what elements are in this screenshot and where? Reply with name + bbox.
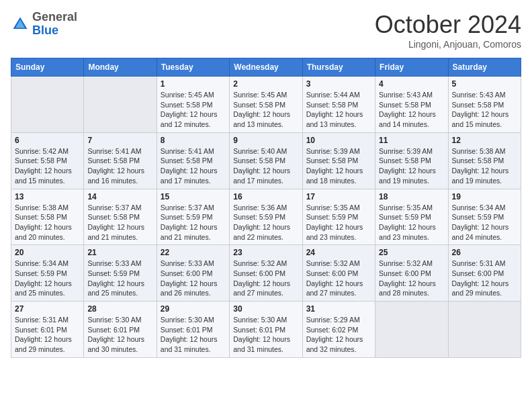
day-number: 21	[87, 248, 152, 257]
day-number: 2	[233, 79, 298, 89]
day-number: 20	[15, 248, 80, 257]
calendar-week-row: 6Sunrise: 5:42 AM Sunset: 5:58 PM Daylig…	[11, 132, 521, 189]
weekday-row: SundayMondayTuesdayWednesdayThursdayFrid…	[11, 58, 521, 77]
day-detail: Sunrise: 5:38 AM Sunset: 5:58 PM Dayligh…	[452, 146, 517, 186]
day-detail: Sunrise: 5:31 AM Sunset: 6:00 PM Dayligh…	[452, 259, 517, 298]
day-detail: Sunrise: 5:40 AM Sunset: 5:58 PM Dayligh…	[233, 146, 298, 186]
day-detail: Sunrise: 5:36 AM Sunset: 5:59 PM Dayligh…	[233, 203, 298, 242]
day-number: 9	[233, 136, 298, 145]
calendar-cell: 13Sunrise: 5:38 AM Sunset: 5:58 PM Dayli…	[11, 189, 84, 245]
calendar-cell: 23Sunrise: 5:32 AM Sunset: 6:00 PM Dayli…	[230, 245, 302, 302]
calendar-cell: 28Sunrise: 5:30 AM Sunset: 6:01 PM Dayli…	[84, 302, 157, 358]
calendar-cell: 26Sunrise: 5:31 AM Sunset: 6:00 PM Dayli…	[448, 245, 521, 302]
day-detail: Sunrise: 5:42 AM Sunset: 5:58 PM Dayligh…	[15, 146, 80, 186]
day-detail: Sunrise: 5:30 AM Sunset: 6:01 PM Dayligh…	[233, 315, 298, 355]
subtitle: Lingoni, Anjouan, Comoros	[375, 39, 521, 50]
calendar-cell: 6Sunrise: 5:42 AM Sunset: 5:58 PM Daylig…	[11, 132, 84, 189]
day-number: 27	[15, 304, 80, 314]
day-number: 29	[161, 304, 226, 314]
calendar-cell: 1Sunrise: 5:45 AM Sunset: 5:58 PM Daylig…	[157, 77, 229, 133]
weekday-header: Saturday	[448, 58, 521, 77]
day-number: 1	[161, 79, 226, 89]
weekday-header: Friday	[375, 58, 448, 77]
calendar-cell	[11, 77, 84, 133]
logo-icon	[11, 15, 30, 34]
calendar-cell: 21Sunrise: 5:33 AM Sunset: 5:59 PM Dayli…	[84, 245, 157, 302]
day-number: 14	[87, 192, 152, 201]
day-detail: Sunrise: 5:39 AM Sunset: 5:58 PM Dayligh…	[379, 146, 444, 186]
calendar-cell: 27Sunrise: 5:31 AM Sunset: 6:01 PM Dayli…	[11, 302, 84, 358]
day-number: 3	[306, 79, 371, 89]
day-detail: Sunrise: 5:43 AM Sunset: 5:58 PM Dayligh…	[452, 90, 517, 130]
calendar-cell: 4Sunrise: 5:43 AM Sunset: 5:58 PM Daylig…	[375, 77, 448, 133]
day-detail: Sunrise: 5:35 AM Sunset: 5:59 PM Dayligh…	[306, 203, 371, 242]
calendar-week-row: 1Sunrise: 5:45 AM Sunset: 5:58 PM Daylig…	[11, 77, 521, 133]
day-number: 22	[161, 248, 226, 257]
day-number: 6	[15, 136, 80, 145]
calendar-cell	[448, 302, 521, 358]
calendar-cell	[84, 77, 157, 133]
calendar-cell: 30Sunrise: 5:30 AM Sunset: 6:01 PM Dayli…	[230, 302, 302, 358]
day-detail: Sunrise: 5:30 AM Sunset: 6:01 PM Dayligh…	[87, 315, 152, 355]
day-number: 19	[452, 192, 517, 201]
day-detail: Sunrise: 5:41 AM Sunset: 5:58 PM Dayligh…	[87, 146, 152, 186]
calendar-cell	[375, 302, 448, 358]
day-number: 13	[15, 192, 80, 201]
day-number: 24	[306, 248, 371, 257]
day-detail: Sunrise: 5:45 AM Sunset: 5:58 PM Dayligh…	[161, 90, 226, 130]
day-number: 10	[306, 136, 371, 145]
day-detail: Sunrise: 5:44 AM Sunset: 5:58 PM Dayligh…	[306, 90, 371, 130]
calendar-cell: 19Sunrise: 5:34 AM Sunset: 5:59 PM Dayli…	[448, 189, 521, 245]
day-number: 17	[306, 192, 371, 201]
day-number: 11	[379, 136, 444, 145]
day-number: 7	[87, 136, 152, 145]
weekday-header: Thursday	[302, 58, 375, 77]
day-number: 15	[161, 192, 226, 201]
calendar-week-row: 20Sunrise: 5:34 AM Sunset: 5:59 PM Dayli…	[11, 245, 521, 302]
day-number: 30	[233, 304, 298, 314]
day-detail: Sunrise: 5:45 AM Sunset: 5:58 PM Dayligh…	[233, 90, 298, 130]
day-detail: Sunrise: 5:39 AM Sunset: 5:58 PM Dayligh…	[306, 146, 371, 186]
calendar-cell: 20Sunrise: 5:34 AM Sunset: 5:59 PM Dayli…	[11, 245, 84, 302]
day-number: 23	[233, 248, 298, 257]
calendar-cell: 15Sunrise: 5:37 AM Sunset: 5:59 PM Dayli…	[157, 189, 229, 245]
calendar-cell: 5Sunrise: 5:43 AM Sunset: 5:58 PM Daylig…	[448, 77, 521, 133]
day-detail: Sunrise: 5:35 AM Sunset: 5:59 PM Dayligh…	[379, 203, 444, 242]
day-detail: Sunrise: 5:37 AM Sunset: 5:58 PM Dayligh…	[87, 203, 152, 242]
calendar-cell: 8Sunrise: 5:41 AM Sunset: 5:58 PM Daylig…	[157, 132, 229, 189]
day-detail: Sunrise: 5:38 AM Sunset: 5:58 PM Dayligh…	[15, 203, 80, 242]
calendar: SundayMondayTuesdayWednesdayThursdayFrid…	[11, 58, 521, 358]
day-detail: Sunrise: 5:33 AM Sunset: 5:59 PM Dayligh…	[87, 259, 152, 298]
day-number: 4	[379, 79, 444, 89]
day-detail: Sunrise: 5:33 AM Sunset: 6:00 PM Dayligh…	[161, 259, 226, 298]
day-number: 12	[452, 136, 517, 145]
day-detail: Sunrise: 5:34 AM Sunset: 5:59 PM Dayligh…	[452, 203, 517, 242]
day-number: 31	[306, 304, 371, 314]
calendar-cell: 3Sunrise: 5:44 AM Sunset: 5:58 PM Daylig…	[302, 77, 375, 133]
logo: General Blue	[11, 11, 77, 38]
calendar-cell: 22Sunrise: 5:33 AM Sunset: 6:00 PM Dayli…	[157, 245, 229, 302]
calendar-cell: 25Sunrise: 5:32 AM Sunset: 6:00 PM Dayli…	[375, 245, 448, 302]
calendar-cell: 11Sunrise: 5:39 AM Sunset: 5:58 PM Dayli…	[375, 132, 448, 189]
calendar-cell: 18Sunrise: 5:35 AM Sunset: 5:59 PM Dayli…	[375, 189, 448, 245]
weekday-header: Sunday	[11, 58, 84, 77]
calendar-week-row: 27Sunrise: 5:31 AM Sunset: 6:01 PM Dayli…	[11, 302, 521, 358]
day-detail: Sunrise: 5:41 AM Sunset: 5:58 PM Dayligh…	[161, 146, 226, 186]
calendar-body: 1Sunrise: 5:45 AM Sunset: 5:58 PM Daylig…	[11, 77, 521, 358]
day-detail: Sunrise: 5:29 AM Sunset: 6:02 PM Dayligh…	[306, 315, 371, 355]
page-header: General Blue October 2024 Lingoni, Anjou…	[11, 11, 521, 50]
calendar-cell: 2Sunrise: 5:45 AM Sunset: 5:58 PM Daylig…	[230, 77, 302, 133]
day-number: 25	[379, 248, 444, 257]
calendar-cell: 9Sunrise: 5:40 AM Sunset: 5:58 PM Daylig…	[230, 132, 302, 189]
calendar-cell: 17Sunrise: 5:35 AM Sunset: 5:59 PM Dayli…	[302, 189, 375, 245]
day-number: 26	[452, 248, 517, 257]
day-number: 28	[87, 304, 152, 314]
day-number: 8	[161, 136, 226, 145]
day-detail: Sunrise: 5:32 AM Sunset: 6:00 PM Dayligh…	[306, 259, 371, 298]
calendar-cell: 16Sunrise: 5:36 AM Sunset: 5:59 PM Dayli…	[230, 189, 302, 245]
calendar-cell: 31Sunrise: 5:29 AM Sunset: 6:02 PM Dayli…	[302, 302, 375, 358]
calendar-cell: 14Sunrise: 5:37 AM Sunset: 5:58 PM Dayli…	[84, 189, 157, 245]
calendar-cell: 12Sunrise: 5:38 AM Sunset: 5:58 PM Dayli…	[448, 132, 521, 189]
day-number: 18	[379, 192, 444, 201]
calendar-week-row: 13Sunrise: 5:38 AM Sunset: 5:58 PM Dayli…	[11, 189, 521, 245]
